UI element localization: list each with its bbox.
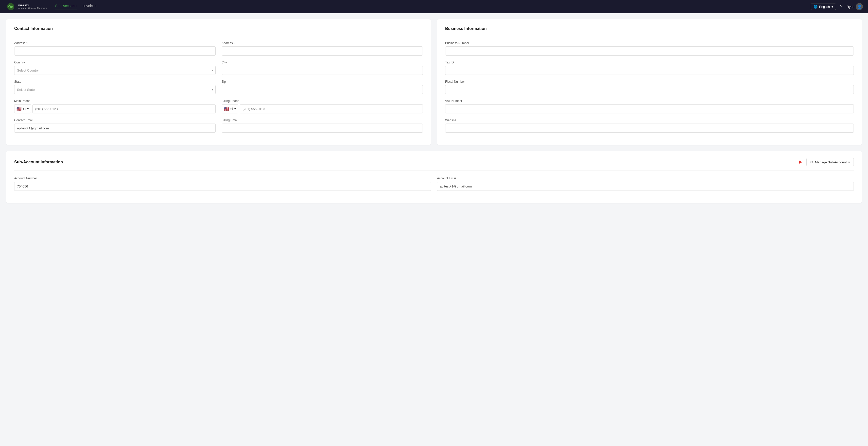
tax-id-group: Tax ID <box>445 61 854 75</box>
fiscal-number-row: Fiscal Number <box>445 80 854 94</box>
zip-group: Zip <box>222 80 423 94</box>
nav-links: Sub-Accounts Invoices <box>55 4 803 9</box>
account-email-label: Account Email <box>437 177 854 180</box>
fiscal-number-group: Fiscal Number <box>445 80 854 94</box>
business-info-title: Business Information <box>445 26 854 35</box>
address1-group: Address 1 <box>14 41 216 56</box>
wasabi-logo-icon <box>5 1 16 12</box>
phone-chevron-icon: ▾ <box>27 107 29 111</box>
tax-id-label: Tax ID <box>445 61 854 64</box>
address2-input[interactable] <box>222 47 423 56</box>
zip-label: Zip <box>222 80 423 84</box>
billing-phone-group: Billing Phone 🇺🇸 +1 ▾ <box>222 99 423 113</box>
address1-label: Address 1 <box>14 41 216 45</box>
account-email-group: Account Email <box>437 177 854 191</box>
business-info-card: Business Information Business Number Tax… <box>437 19 862 145</box>
language-selector[interactable]: 🌐 English ▾ <box>811 4 836 10</box>
email-row: Contact Email Billing Email <box>14 118 423 133</box>
manage-area: ⚙ Manage Sub-Account ▾ <box>782 158 854 166</box>
us-flag-icon: 🇺🇸 <box>17 107 22 111</box>
state-zip-row: State Select State ▾ Zip <box>14 80 423 94</box>
brand-logo[interactable]: wasabi Account Control Manager <box>5 1 47 12</box>
sub-account-fields-row: Account Number Account Email <box>14 177 854 191</box>
svg-marker-4 <box>799 160 802 163</box>
address1-input[interactable] <box>14 47 216 56</box>
navbar: wasabi Account Control Manager Sub-Accou… <box>0 0 868 13</box>
tax-id-input[interactable] <box>445 66 854 75</box>
fiscal-number-label: Fiscal Number <box>445 80 854 84</box>
top-cards-row: Contact Information Address 1 Address 2 … <box>6 19 862 145</box>
billing-phone-label: Billing Phone <box>222 99 423 103</box>
main-phone-number-input[interactable] <box>32 104 216 113</box>
nav-sub-accounts[interactable]: Sub-Accounts <box>55 4 78 9</box>
business-number-row: Business Number <box>445 41 854 56</box>
user-name: Ryan <box>847 5 854 9</box>
country-select-wrapper: Select Country ▾ <box>14 66 216 75</box>
sub-account-card: Sub-Account Information ⚙ Manage Sub-Acc… <box>6 151 862 203</box>
account-number-group: Account Number <box>14 177 431 191</box>
brand-name: wasabi <box>18 4 47 7</box>
state-label: State <box>14 80 216 84</box>
country-select[interactable]: Select Country <box>14 66 216 75</box>
main-phone-code: +1 <box>23 107 26 111</box>
account-number-label: Account Number <box>14 177 431 180</box>
billing-phone-number-input[interactable] <box>240 104 423 113</box>
business-number-label: Business Number <box>445 41 854 45</box>
city-label: City <box>222 61 423 64</box>
country-label: Country <box>14 61 216 64</box>
billing-phone-chevron-icon: ▾ <box>235 107 236 111</box>
address2-group: Address 2 <box>222 41 423 56</box>
billing-phone-code: +1 <box>230 107 234 111</box>
website-label: Website <box>445 118 854 122</box>
vat-number-input[interactable] <box>445 104 854 113</box>
business-number-group: Business Number <box>445 41 854 56</box>
contact-email-group: Contact Email <box>14 118 216 133</box>
globe-icon: 🌐 <box>813 5 817 9</box>
contact-info-card: Contact Information Address 1 Address 2 … <box>6 19 431 145</box>
phone-row: Main Phone 🇺🇸 +1 ▾ Billing Phone <box>14 99 423 113</box>
arrow-right-icon <box>782 159 802 165</box>
main-phone-input-group: 🇺🇸 +1 ▾ <box>14 104 216 113</box>
website-row: Website <box>445 118 854 133</box>
lang-chevron-icon: ▾ <box>832 5 833 9</box>
business-number-input[interactable] <box>445 47 854 56</box>
help-icon[interactable]: ? <box>840 4 843 9</box>
manage-sub-account-label: Manage Sub-Account <box>815 160 847 164</box>
main-content: Contact Information Address 1 Address 2 … <box>0 13 868 209</box>
country-city-row: Country Select Country ▾ City <box>14 61 423 75</box>
state-select[interactable]: Select State <box>14 85 216 94</box>
contact-info-title: Contact Information <box>14 26 423 35</box>
billing-email-group: Billing Email <box>222 118 423 133</box>
city-group: City <box>222 61 423 75</box>
contact-email-input[interactable] <box>14 123 216 133</box>
sub-account-title: Sub-Account Information <box>14 160 63 165</box>
account-email-input[interactable] <box>437 182 854 191</box>
user-area[interactable]: Ryan 👤 <box>847 3 863 10</box>
address-row: Address 1 Address 2 <box>14 41 423 56</box>
nav-invoices[interactable]: Invoices <box>84 4 96 9</box>
vat-number-label: VAT Number <box>445 99 854 103</box>
state-group: State Select State ▾ <box>14 80 216 94</box>
tax-id-row: Tax ID <box>445 61 854 75</box>
billing-email-input[interactable] <box>222 123 423 133</box>
account-number-input[interactable] <box>14 182 431 191</box>
billing-phone-country-select[interactable]: 🇺🇸 +1 ▾ <box>222 104 239 113</box>
main-phone-label: Main Phone <box>14 99 216 103</box>
vat-number-group: VAT Number <box>445 99 854 113</box>
zip-input[interactable] <box>222 85 423 94</box>
website-group: Website <box>445 118 854 133</box>
fiscal-number-input[interactable] <box>445 85 854 94</box>
manage-sub-account-button[interactable]: ⚙ Manage Sub-Account ▾ <box>806 158 854 166</box>
vat-number-row: VAT Number <box>445 99 854 113</box>
website-input[interactable] <box>445 123 854 133</box>
city-input[interactable] <box>222 66 423 75</box>
avatar: 👤 <box>856 3 863 10</box>
gear-icon: ⚙ <box>810 160 813 165</box>
main-phone-country-select[interactable]: 🇺🇸 +1 ▾ <box>14 104 31 113</box>
brand-tagline: Account Control Manager <box>18 7 47 10</box>
billing-email-label: Billing Email <box>222 118 423 122</box>
svg-point-2 <box>10 6 12 8</box>
country-group: Country Select Country ▾ <box>14 61 216 75</box>
manage-chevron-icon: ▾ <box>848 160 850 164</box>
us-flag-billing-icon: 🇺🇸 <box>224 107 229 111</box>
